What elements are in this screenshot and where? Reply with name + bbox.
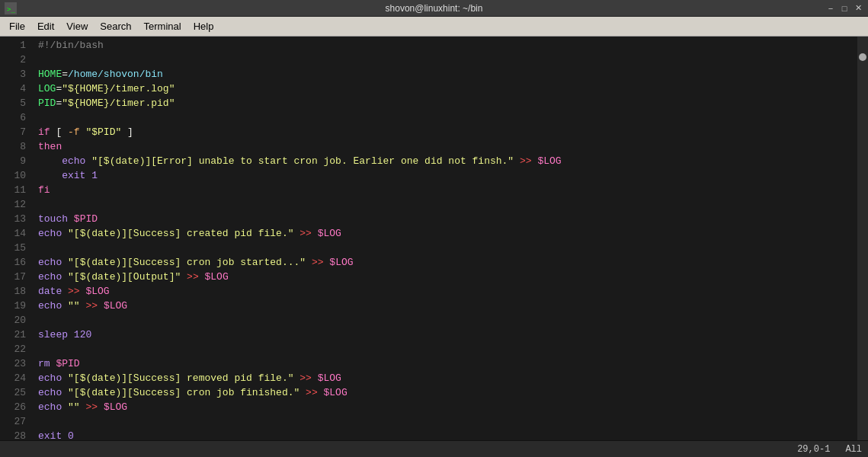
scroll-thumb[interactable]: [859, 53, 866, 61]
line-number: 11: [3, 183, 26, 197]
line-number: 25: [3, 385, 26, 400]
line-number: 19: [3, 299, 26, 313]
code-line: [38, 53, 857, 67]
line-number: 22: [3, 342, 26, 356]
line-number: 28: [3, 429, 26, 440]
titlebar: >_ shovon@linuxhint: ~/bin − □ ✕: [0, 0, 868, 17]
line-number: 5: [3, 96, 26, 110]
line-number: 23: [3, 356, 26, 371]
code-line: echo "[$(date)][Success] created pid fil…: [38, 226, 857, 241]
code-line: [38, 342, 857, 356]
code-line: [38, 197, 857, 212]
editor: 1234567891011121314151617181920212223242…: [0, 37, 868, 440]
menu-item-terminal[interactable]: Terminal: [138, 18, 187, 35]
line-number: 16: [3, 255, 26, 270]
code-line: echo "[$(date)][Output]" >> $LOG: [38, 270, 857, 284]
code-line: #!/bin/bash: [38, 38, 857, 53]
line-number: 12: [3, 197, 26, 212]
menu-item-view[interactable]: View: [60, 18, 94, 35]
app-icon: >_: [5, 2, 17, 14]
svg-text:>_: >_: [7, 5, 15, 13]
menu-item-file[interactable]: File: [3, 18, 31, 35]
code-line: echo "[$(date)][Success] cron job finish…: [38, 385, 857, 400]
menu-item-search[interactable]: Search: [94, 18, 137, 35]
code-line: sleep 120: [38, 328, 857, 342]
scrollbar[interactable]: [857, 37, 868, 440]
code-line: exit 0: [38, 429, 857, 440]
menubar: FileEditViewSearchTerminalHelp: [0, 17, 868, 37]
code-line: [38, 414, 857, 429]
code-line: PID="${HOME}/timer.pid": [38, 96, 857, 110]
code-line: date >> $LOG: [38, 284, 857, 299]
code-line: if [ -f "$PID" ]: [38, 125, 857, 139]
cursor-position: 29,0-1: [797, 444, 830, 455]
view-mode: All: [845, 444, 862, 455]
line-number: 13: [3, 212, 26, 226]
statusbar: 29,0-1 All: [0, 440, 868, 457]
code-line: echo "[$(date)][Success] removed pid fil…: [38, 371, 857, 385]
code-line: touch $PID: [38, 212, 857, 226]
line-number: 27: [3, 414, 26, 429]
line-number: 4: [3, 81, 26, 96]
line-number: 7: [3, 125, 26, 139]
code-line: rm $PID: [38, 356, 857, 371]
line-number: 21: [3, 328, 26, 342]
code-line: echo "[$(date)][Error] unable to start c…: [38, 154, 857, 168]
line-number: 14: [3, 226, 26, 241]
code-content[interactable]: #!/bin/bashHOME=/home/shovon/binLOG="${H…: [32, 37, 857, 440]
code-line: echo "" >> $LOG: [38, 299, 857, 313]
line-number: 20: [3, 313, 26, 328]
close-button[interactable]: ✕: [851, 0, 865, 17]
line-number: 2: [3, 53, 26, 67]
code-line: then: [38, 139, 857, 154]
line-number: 3: [3, 67, 26, 81]
maximize-button[interactable]: □: [838, 0, 851, 17]
code-line: echo "[$(date)][Success] cron job starte…: [38, 255, 857, 270]
code-line: LOG="${HOME}/timer.log": [38, 81, 857, 96]
code-line: echo "" >> $LOG: [38, 400, 857, 414]
code-line: [38, 110, 857, 125]
code-line: [38, 241, 857, 255]
menu-item-help[interactable]: Help: [187, 18, 220, 35]
minimize-button[interactable]: −: [824, 0, 838, 17]
line-number: 18: [3, 284, 26, 299]
line-number: 8: [3, 139, 26, 154]
code-line: exit 1: [38, 168, 857, 183]
line-number: 15: [3, 241, 26, 255]
line-number: 17: [3, 270, 26, 284]
code-line: HOME=/home/shovon/bin: [38, 67, 857, 81]
line-number: 1: [3, 38, 26, 53]
window-title: shovon@linuxhint: ~/bin: [386, 3, 483, 14]
line-number: 10: [3, 168, 26, 183]
line-number: 26: [3, 400, 26, 414]
line-number: 24: [3, 371, 26, 385]
code-line: [38, 313, 857, 328]
line-number: 6: [3, 110, 26, 125]
menu-item-edit[interactable]: Edit: [31, 18, 60, 35]
code-line: fi: [38, 183, 857, 197]
line-number: 9: [3, 154, 26, 168]
window-controls: − □ ✕: [824, 0, 865, 16]
line-numbers: 1234567891011121314151617181920212223242…: [0, 37, 32, 440]
